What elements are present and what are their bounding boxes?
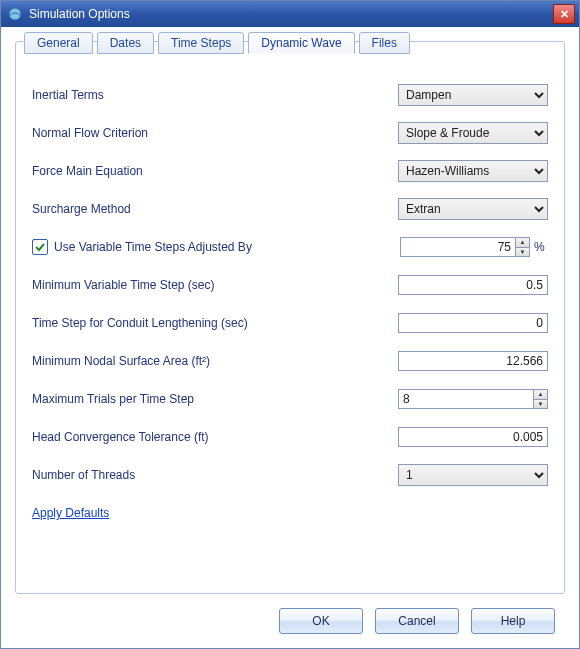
label-conduit-lengthening: Time Step for Conduit Lengthening (sec) (32, 316, 390, 330)
label-force-main: Force Main Equation (32, 164, 390, 178)
row-surcharge: Surcharge Method Extran (32, 190, 548, 228)
spin-down-max-trials[interactable]: ▼ (533, 400, 547, 409)
options-panel: General Dates Time Steps Dynamic Wave Fi… (15, 41, 565, 594)
tab-files[interactable]: Files (359, 32, 410, 54)
help-button[interactable]: Help (471, 608, 555, 634)
chevron-down-icon: ▼ (520, 249, 526, 255)
select-num-threads[interactable]: 1 (398, 464, 548, 486)
window-title: Simulation Options (29, 7, 553, 21)
label-head-convergence: Head Convergence Tolerance (ft) (32, 430, 390, 444)
row-head-convergence: Head Convergence Tolerance (ft) (32, 418, 548, 456)
input-min-variable-step[interactable] (398, 275, 548, 295)
row-min-variable-step: Minimum Variable Time Step (sec) (32, 266, 548, 304)
spin-down-adjusted-by[interactable]: ▼ (515, 248, 529, 257)
cancel-button[interactable]: Cancel (375, 608, 459, 634)
label-use-variable-step: Use Variable Time Steps Adjusted By (54, 240, 252, 254)
row-use-variable-step: Use Variable Time Steps Adjusted By ▲ ▼ … (32, 228, 548, 266)
label-inertial-terms: Inertial Terms (32, 88, 390, 102)
tab-general[interactable]: General (24, 32, 93, 54)
row-force-main: Force Main Equation Hazen-Williams (32, 152, 548, 190)
row-max-trials: Maximum Trials per Time Step ▲ ▼ (32, 380, 548, 418)
row-inertial-terms: Inertial Terms Dampen (32, 76, 548, 114)
tab-time-steps[interactable]: Time Steps (158, 32, 244, 54)
label-percent: % (534, 240, 548, 254)
row-num-threads: Number of Threads 1 (32, 456, 548, 494)
link-apply-defaults[interactable]: Apply Defaults (32, 506, 109, 520)
label-min-variable-step: Minimum Variable Time Step (sec) (32, 278, 390, 292)
label-surcharge: Surcharge Method (32, 202, 390, 216)
app-icon (7, 6, 23, 22)
label-min-nodal-area: Minimum Nodal Surface Area (ft²) (32, 354, 390, 368)
select-inertial-terms[interactable]: Dampen (398, 84, 548, 106)
simulation-options-window: Simulation Options ✕ General Dates Time … (0, 0, 580, 649)
chevron-up-icon: ▲ (520, 239, 526, 245)
select-surcharge[interactable]: Extran (398, 198, 548, 220)
spin-up-adjusted-by[interactable]: ▲ (515, 238, 529, 248)
row-normal-flow: Normal Flow Criterion Slope & Froude (32, 114, 548, 152)
button-bar: OK Cancel Help (15, 594, 565, 648)
tab-dynamic-wave[interactable]: Dynamic Wave (248, 32, 354, 54)
chevron-up-icon: ▲ (538, 391, 544, 397)
input-max-trials[interactable] (398, 389, 548, 409)
label-max-trials: Maximum Trials per Time Step (32, 392, 390, 406)
close-icon: ✕ (560, 8, 569, 21)
input-conduit-lengthening[interactable] (398, 313, 548, 333)
input-head-convergence[interactable] (398, 427, 548, 447)
label-normal-flow: Normal Flow Criterion (32, 126, 390, 140)
close-button[interactable]: ✕ (553, 4, 575, 24)
checkbox-use-variable-step[interactable] (32, 239, 48, 255)
label-num-threads: Number of Threads (32, 468, 390, 482)
input-min-nodal-area[interactable] (398, 351, 548, 371)
row-min-nodal-area: Minimum Nodal Surface Area (ft²) (32, 342, 548, 380)
select-normal-flow[interactable]: Slope & Froude (398, 122, 548, 144)
spin-up-max-trials[interactable]: ▲ (533, 390, 547, 400)
row-conduit-lengthening: Time Step for Conduit Lengthening (sec) (32, 304, 548, 342)
select-force-main[interactable]: Hazen-Williams (398, 160, 548, 182)
input-adjusted-by[interactable] (400, 237, 530, 257)
titlebar: Simulation Options ✕ (1, 1, 579, 27)
check-icon (35, 242, 45, 252)
client-area: General Dates Time Steps Dynamic Wave Fi… (1, 27, 579, 648)
tab-dates[interactable]: Dates (97, 32, 154, 54)
tabstrip: General Dates Time Steps Dynamic Wave Fi… (24, 32, 410, 54)
chevron-down-icon: ▼ (538, 401, 544, 407)
ok-button[interactable]: OK (279, 608, 363, 634)
